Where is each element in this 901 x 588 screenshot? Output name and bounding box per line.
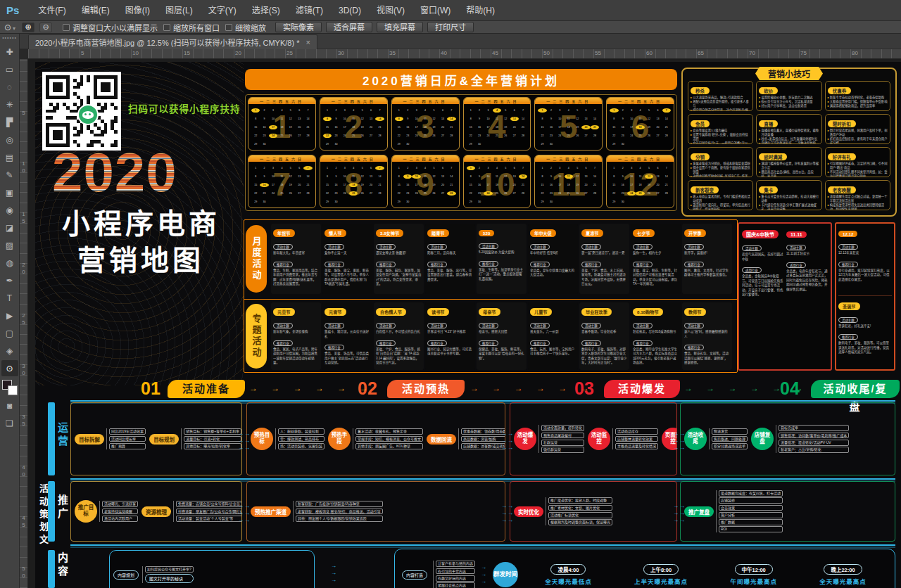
calendar-day: 29 [395,200,403,204]
option-button[interactable]: 实际像素 [275,22,322,32]
schedule-node: 群发时间 [493,562,518,587]
zoom-in-button[interactable]: ⊕ [22,23,34,32]
option-checkbox[interactable]: 细微缩放 [225,22,266,33]
activity-name: 元宵节 [325,308,346,316]
screen-mode-button[interactable]: ❏ [1,415,18,431]
calendar-day: 8 [395,117,403,121]
hand-tool[interactable]: ◈ [1,343,18,359]
zoom-tool-options-icon[interactable]: ⊙▾ [4,23,15,32]
menu-item[interactable]: 3D(D) [331,0,369,21]
industry-chip: 推荐行业 [838,262,858,267]
bullet-icon: ▸ [691,108,692,111]
crop-tool[interactable]: ▛ [1,114,18,130]
tip-text: 好价用户分享率高，适合拉新场景 [762,104,807,108]
calendar-day: 22 [251,191,260,196]
calendar-day: 5 [573,108,581,113]
ruler-mark: 55 [595,50,601,56]
document-tab[interactable]: 2020小程序电商营销地图.jpg @ 12.5% (扫码可以获得小程序扶持, … [28,34,317,49]
menu-item[interactable]: 编辑(E) [74,0,118,21]
calendar-day: 15 [467,183,475,187]
calendar-day: 8 [323,117,332,121]
history-brush-tool[interactable]: ◉ [1,202,18,218]
eyedropper-tool[interactable]: ◎ [1,132,18,148]
calendar-day: 11 [636,174,644,179]
option-button[interactable]: 打印尺寸 [427,22,474,32]
calendar-day: 4 [421,166,429,170]
calendar-day: 16 [475,125,484,129]
checkbox-box-icon[interactable] [163,24,170,31]
menu-item[interactable]: 文件(F) [30,0,73,21]
calendar-day: 17 [555,125,564,129]
calendar-day: 16 [403,125,412,129]
checkbox-box-icon[interactable] [63,24,70,31]
activity-name: 教师节 [684,308,706,316]
move-tool[interactable]: ✚ [1,44,18,60]
calendar-day: 6 [581,108,590,113]
panel-grip-icon[interactable]: •••••• [2,36,17,40]
zoom-tool[interactable]: ⊙ [1,360,18,376]
menu-item[interactable]: 窗口(W) [412,0,458,21]
zoom-out-button[interactable]: ⊖ [39,23,52,32]
menu-item[interactable]: 视图(V) [369,0,412,21]
color-swatches[interactable] [2,380,18,395]
calendar-day: 9 [475,117,484,121]
quick-mask-button[interactable]: ◙ [1,397,18,414]
content-build-node[interactable]: 内容打造 [402,570,427,580]
lasso-tool[interactable]: ◌ [1,79,18,95]
ruler-mark: 10 [20,160,27,174]
content-plan-node[interactable]: 内容规划 [113,570,139,580]
activity-name: 年中大促 [530,229,556,237]
calendar-day: 30 [260,200,268,204]
menu-item[interactable]: 图像(I) [118,0,158,21]
tip-line: ▸倒计时营造紧迫感，刺激用户及时下单，刺激用户冲动 [828,129,888,137]
option-button[interactable]: 填充屏幕 [377,22,423,32]
bullet-icon: ▸ [691,166,692,174]
tip-text: 流量唤醒先用定点式触点对接，复用统一个半期沉流新活出新 [830,195,888,203]
checkbox-box-icon[interactable] [225,24,232,31]
pen-tool[interactable]: ✒ [1,272,18,288]
healing-brush-tool[interactable]: ▤ [1,149,18,165]
calendar-day: 28 [447,191,455,196]
menu-item[interactable]: 滤镜(T) [288,0,331,21]
flow-item: 同比2019年活动效果 [109,428,146,435]
tip-text: 满减门槛按客单价设置，好有发展利沙等梯次小定 [762,162,819,170]
menu-item[interactable]: 图层(L) [158,0,201,21]
document-canvas[interactable]: 扫码可以获得小程序扶持 2020 小程序电商 营销地图 2020营销日历&全年营… [28,59,901,588]
tip-line: ▸折扣商品控制库存，更有利于年末清仓用户成习惯 [828,137,888,144]
flow-cell: 目标拆解同比2019年活动效果活动同比增长率推广预算目标规划销售目标：销售额+客… [70,402,242,475]
brush-tool[interactable]: ✎ [1,167,18,183]
calendar-day: 29 [251,200,260,204]
activity-card: 白色情人节活动主题白色情人节，不可错过的告白礼推荐行业美妆、个护、食品、服饰等，… [374,302,424,370]
marquee-tool[interactable]: ▭ [1,61,18,77]
menu-item[interactable]: 帮助(H) [458,0,503,21]
theme-chip: 活动主题 [786,245,806,250]
gradient-tool[interactable]: ▨ [1,237,18,253]
menu-item[interactable]: 选择(S) [244,0,288,21]
eraser-tool[interactable]: ◪ [1,219,18,236]
calendar-day: 12 [501,174,510,179]
calendar-day: 21 [303,183,312,187]
vertical-ruler[interactable]: 5101520253035404550 [20,59,28,588]
background-color-swatch[interactable] [8,385,18,395]
qr-module [56,106,60,110]
horizontal-ruler[interactable]: 5101520253035404550556065707580 [28,49,901,59]
shape-tool[interactable]: ▢ [1,325,18,341]
industry-chip: 适用行业 [742,267,762,273]
path-select-tool[interactable]: ▶ [1,307,18,324]
ruler-mark: 40 [20,464,27,478]
calendar-day: 8 [251,174,260,179]
tip-card: 会员▸会员等级设置3-5级为最佳▸设置专属券和“积分+兑换”，鼓励会员持续活跃▸… [688,114,753,144]
activity-theme: 新年新气象，全场钜惠购 [273,330,319,335]
clone-stamp-tool[interactable]: ▣ [1,184,18,200]
calendar-day: 21 [662,125,671,129]
type-tool[interactable]: T [1,290,18,306]
option-checkbox[interactable]: 调整窗口大小以满屏显示 [63,22,158,33]
menu-item[interactable]: 文字(Y) [201,0,244,21]
calendar-day: 30 [403,200,412,204]
magic-wand-tool[interactable]: ✳ [1,96,18,113]
tab-close-icon[interactable]: × [305,38,310,46]
option-button[interactable]: 适合屏幕 [326,22,372,32]
calendar-day: 25 [277,191,286,196]
blur-tool[interactable]: ◍ [1,255,18,271]
option-checkbox[interactable]: 缩放所有窗口 [163,22,220,33]
